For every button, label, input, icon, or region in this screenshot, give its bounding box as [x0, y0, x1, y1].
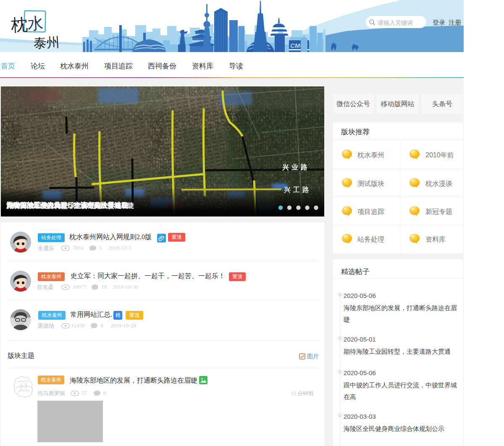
svg-text:泰州: 泰州 [33, 35, 60, 51]
svg-text:枕: 枕 [10, 15, 28, 35]
svg-text:兴业路: 兴业路 [282, 163, 310, 171]
svg-text:水: 水 [27, 14, 44, 33]
